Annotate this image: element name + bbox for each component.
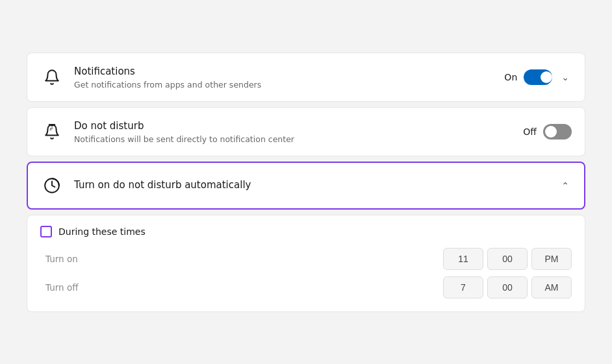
turn-on-label: Turn on [45, 254, 97, 264]
dnd-title: Do not disturb [74, 119, 513, 133]
turn-off-fields: 7 00 AM [443, 276, 572, 298]
turn-off-row: Turn off 7 00 AM [45, 276, 572, 298]
notifications-controls: On ⌄ [504, 69, 572, 85]
expanded-times-section: During these times Turn on 11 00 PM Turn… [27, 215, 585, 312]
dnd-desc: Notifications will be sent directly to n… [74, 134, 513, 144]
turn-off-minute[interactable]: 00 [487, 276, 528, 298]
notifications-toggle[interactable] [524, 69, 552, 85]
turn-off-hour[interactable]: 7 [443, 276, 483, 298]
dnd-controls: Off [523, 124, 572, 140]
time-rows: Turn on 11 00 PM Turn off 7 00 AM [40, 248, 572, 298]
auto-dnd-text: Turn on do not disturb automatically [74, 178, 548, 192]
dnd-toggle-label: Off [523, 127, 537, 137]
turn-on-fields: 11 00 PM [443, 248, 572, 270]
turn-on-row: Turn on 11 00 PM [45, 248, 572, 270]
auto-dnd-card: Turn on do not disturb automatically ⌃ [27, 162, 585, 210]
turn-off-period[interactable]: AM [531, 276, 572, 298]
dnd-card: z z Do not disturb Notifications will be… [27, 107, 585, 156]
dnd-toggle[interactable] [543, 124, 572, 140]
notifications-title: Notifications [74, 65, 494, 79]
auto-dnd-controls: ⌃ [559, 178, 572, 193]
notifications-desc: Get notifications from apps and other se… [74, 80, 494, 90]
auto-dnd-title: Turn on do not disturb automatically [74, 178, 548, 192]
notifications-text: Notifications Get notifications from app… [74, 65, 494, 90]
turn-on-minute[interactable]: 00 [487, 248, 528, 270]
clock-icon [40, 174, 64, 197]
notifications-card: Notifications Get notifications from app… [27, 53, 585, 102]
during-times-label: During these times [58, 226, 146, 237]
auto-dnd-chevron-icon[interactable]: ⌃ [559, 178, 572, 193]
dnd-icon: z z [40, 120, 64, 143]
bell-icon [40, 66, 64, 89]
dnd-text: Do not disturb Notifications will be sen… [74, 119, 513, 144]
during-times-checkbox[interactable] [40, 226, 52, 237]
notifications-chevron-icon[interactable]: ⌄ [559, 69, 572, 85]
during-times-row: During these times [40, 226, 572, 237]
turn-off-label: Turn off [45, 282, 97, 293]
svg-text:z: z [51, 125, 53, 129]
turn-on-hour[interactable]: 11 [443, 248, 483, 270]
notifications-toggle-label: On [504, 72, 517, 82]
turn-on-period[interactable]: PM [531, 248, 572, 270]
settings-container: Notifications Get notifications from app… [27, 53, 585, 312]
